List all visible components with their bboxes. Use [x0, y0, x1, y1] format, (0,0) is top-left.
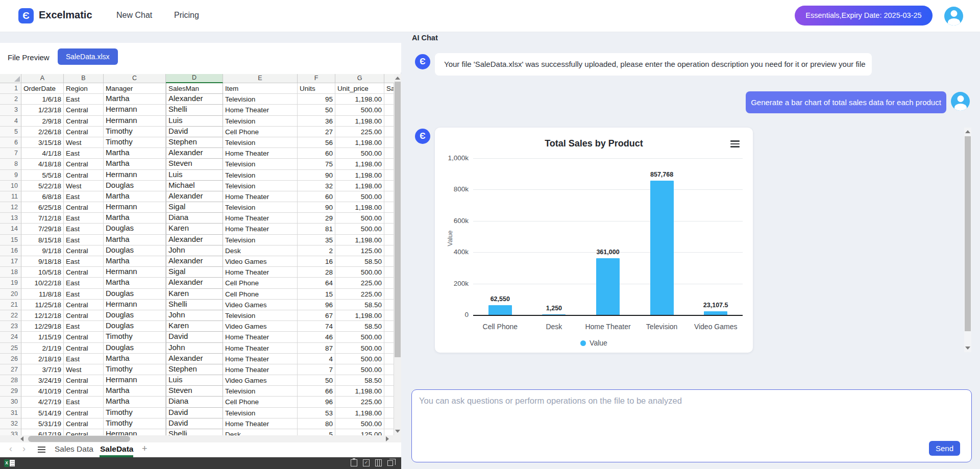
cell[interactable]: John	[166, 310, 223, 321]
cell[interactable]: 3/15/18	[21, 137, 64, 148]
column-header-C[interactable]: C	[104, 74, 166, 83]
cell[interactable]: Luis	[166, 116, 223, 127]
cell[interactable]: 1,198.00	[335, 94, 384, 105]
cell[interactable]	[384, 418, 394, 429]
cell[interactable]	[384, 105, 394, 115]
cell[interactable]: Central	[64, 386, 104, 397]
cell[interactable]: 3/7/19	[21, 364, 64, 375]
tabs-prev-icon[interactable]: ‹	[9, 443, 12, 454]
cell[interactable]: 225.00	[335, 278, 384, 288]
cell[interactable]: Timothy	[104, 137, 166, 148]
cell[interactable]: Television	[223, 137, 298, 148]
cell[interactable]: 96	[298, 397, 335, 407]
bar-television[interactable]	[650, 181, 674, 315]
cell[interactable]: Central	[64, 202, 104, 213]
cell[interactable]: 58.50	[335, 300, 384, 310]
cell[interactable]: Martha	[104, 235, 166, 245]
paste-icon[interactable]	[351, 459, 357, 466]
cell[interactable]: Central	[64, 408, 104, 418]
row-number-20[interactable]: 20	[0, 289, 21, 300]
sheet-horizontal-scrollbar[interactable]	[0, 435, 401, 442]
cell[interactable]: Home Theater	[223, 191, 298, 202]
column-header-G[interactable]: G	[335, 74, 384, 83]
sheet-vscroll-thumb[interactable]	[395, 82, 401, 357]
cell[interactable]: Central	[64, 429, 104, 435]
cell[interactable]: 35	[298, 235, 335, 245]
cell[interactable]: 500.00	[335, 332, 384, 342]
cell[interactable]: Martha	[104, 213, 166, 224]
row-number-32[interactable]: 32	[0, 418, 21, 429]
column-header-B[interactable]: B	[64, 74, 104, 83]
cell[interactable]: Home Theater	[223, 224, 298, 234]
proofing-check-icon[interactable]: ✓	[363, 459, 370, 466]
cell[interactable]: 6/25/18	[21, 202, 64, 213]
row-number-6[interactable]: 6	[0, 137, 21, 148]
row-number-29[interactable]: 29	[0, 386, 21, 397]
cell[interactable]: Video Games	[223, 321, 298, 332]
cell[interactable]: 500.00	[335, 105, 384, 115]
row-number-15[interactable]: 15	[0, 235, 21, 245]
cell[interactable]: Cell Phone	[223, 397, 298, 407]
chat-input[interactable]	[419, 396, 929, 447]
chart-legend[interactable]: Value	[435, 339, 753, 347]
cell[interactable]: Central	[64, 418, 104, 429]
chat-scrollbar[interactable]	[964, 128, 971, 352]
cell[interactable]: 2/26/18	[21, 127, 64, 137]
column-header-A[interactable]: A	[21, 74, 64, 83]
cell[interactable]: Central	[64, 300, 104, 310]
cell[interactable]: 58.50	[335, 256, 384, 267]
cell[interactable]: David	[166, 332, 223, 342]
cell[interactable]: 1,198.00	[335, 235, 384, 245]
cell[interactable]: Television	[223, 170, 298, 181]
column-header-D[interactable]: D	[166, 74, 223, 83]
user-avatar[interactable]	[944, 7, 963, 26]
column-header-E[interactable]: E	[223, 74, 298, 83]
cell[interactable]: 7/12/18	[21, 213, 64, 224]
cell[interactable]: 500.00	[335, 191, 384, 202]
row-number-12[interactable]: 12	[0, 202, 21, 213]
cell[interactable]: Timothy	[104, 332, 166, 342]
cell[interactable]: Martha	[104, 94, 166, 105]
cell[interactable]: Alexander	[166, 278, 223, 288]
cell[interactable]: 1,198.00	[335, 310, 384, 321]
cell[interactable]: West	[64, 137, 104, 148]
cell[interactable]: 64	[298, 278, 335, 288]
windows-icon[interactable]	[387, 460, 393, 466]
cell[interactable]: East	[64, 235, 104, 245]
cell[interactable]: 9/1/18	[21, 245, 64, 256]
cell[interactable]: 500.00	[335, 418, 384, 429]
cell[interactable]: 90	[298, 170, 335, 181]
cell[interactable]: Central	[64, 332, 104, 342]
cell[interactable]: SalesMan	[166, 83, 223, 94]
cell[interactable]: 29	[298, 213, 335, 224]
chat-scroll-up-icon[interactable]	[965, 130, 970, 133]
cell[interactable]: 46	[298, 332, 335, 342]
cell[interactable]: Central	[64, 267, 104, 278]
cell[interactable]: 8/15/18	[21, 235, 64, 245]
cell[interactable]: Television	[223, 310, 298, 321]
column-header-F[interactable]: F	[298, 74, 335, 83]
cell[interactable]: Douglas	[104, 181, 166, 191]
cell[interactable]: John	[166, 343, 223, 354]
sheet-vertical-scrollbar[interactable]	[394, 74, 401, 435]
row-number-30[interactable]: 30	[0, 397, 21, 407]
cell[interactable]: Central	[64, 116, 104, 127]
cell[interactable]	[384, 224, 394, 234]
cell[interactable]: Alexander	[166, 94, 223, 105]
cell[interactable]: Karen	[166, 224, 223, 234]
cell[interactable]: Home Theater	[223, 332, 298, 342]
cell[interactable]	[384, 256, 394, 267]
cell[interactable]	[384, 397, 394, 407]
cell[interactable]: 58.50	[335, 375, 384, 386]
send-button[interactable]: Send	[929, 441, 960, 456]
cell[interactable]: Alexander	[166, 191, 223, 202]
cell[interactable]: 27	[298, 127, 335, 137]
row-number-31[interactable]: 31	[0, 408, 21, 418]
cell[interactable]: Hermann	[104, 105, 166, 115]
cell[interactable]	[384, 354, 394, 364]
cell[interactable]: Steven	[166, 159, 223, 169]
cell[interactable]: OrderDate	[21, 83, 64, 94]
cell[interactable]: 1,198.00	[335, 181, 384, 191]
cell[interactable]: East	[64, 213, 104, 224]
cell[interactable]: Television	[223, 408, 298, 418]
